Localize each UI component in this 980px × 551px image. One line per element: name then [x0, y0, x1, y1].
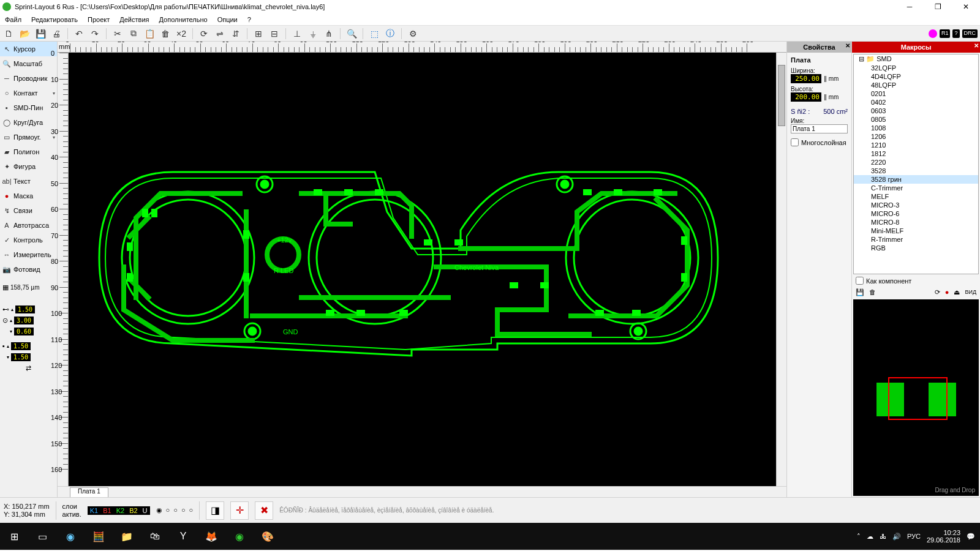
delete-icon[interactable]: 🗑	[159, 28, 172, 40]
select-icon[interactable]: ⬚	[368, 28, 380, 40]
crossout-icon[interactable]: ✖	[255, 501, 273, 520]
macro-item[interactable]: 1210	[854, 141, 978, 149]
menu-edit[interactable]: Редактировать	[31, 16, 78, 23]
macro-item[interactable]: 32LQFP	[854, 64, 978, 72]
macro-item[interactable]: 3528 грин	[854, 175, 978, 184]
macro-item[interactable]: 1206	[854, 132, 978, 141]
macro-tree[interactable]: ⊟ 📁 SMD 32LQFP4D4LQFP48LQFP0201040206030…	[853, 54, 979, 274]
minimize-button[interactable]: ─	[895, 0, 924, 13]
origin-icon[interactable]: ✛	[230, 501, 249, 520]
tool-Автотрасса[interactable]: AАвтотрасса	[0, 218, 57, 233]
copy-icon[interactable]: ⧉	[127, 28, 140, 40]
macro-item[interactable]: 0805	[854, 115, 978, 124]
connections-icon[interactable]: ⋔	[323, 28, 335, 40]
tool-Прямоуг.[interactable]: ▭Прямоуг.▾	[0, 130, 57, 144]
macro-item[interactable]: RGB	[854, 244, 978, 252]
macros-close-icon[interactable]: ✕	[974, 42, 979, 49]
board-name-field[interactable]: Плата 1	[791, 124, 848, 133]
yandex-icon[interactable]: Y	[169, 523, 197, 550]
gear-icon[interactable]: ⚙	[407, 28, 419, 40]
print-icon[interactable]: 🖨	[50, 28, 62, 40]
macro-item[interactable]: 0603	[854, 107, 978, 115]
menu-help[interactable]: ?	[247, 16, 251, 23]
board-width-field[interactable]: 250.00	[791, 74, 821, 83]
tool-Фотовид[interactable]: 📷Фотовид	[0, 262, 57, 277]
cortana-icon[interactable]: ◉	[56, 523, 85, 550]
tool-Маска[interactable]: ●Маска	[0, 189, 57, 203]
props-close-icon[interactable]: ✕	[845, 42, 850, 49]
macro-preview[interactable]: Drag and Drop	[853, 299, 979, 496]
group-icon[interactable]: ⊞	[252, 28, 265, 40]
tool-Контроль[interactable]: ✓Контроль	[0, 233, 57, 247]
rotate-icon[interactable]: ⟳	[198, 28, 210, 40]
undo-icon[interactable]: ↶	[73, 28, 85, 40]
menu-file[interactable]: Файл	[5, 16, 21, 23]
tool-Контакт[interactable]: ○Контакт▾	[0, 86, 57, 100]
board-height-field[interactable]: 200.00	[791, 92, 821, 102]
macro-delete-icon[interactable]: 🗑	[869, 288, 876, 296]
macro-item[interactable]: C-Trimmer	[854, 184, 978, 192]
macro-item[interactable]: MICRO-6	[854, 209, 978, 218]
badge-r1[interactable]: R1	[940, 29, 951, 38]
multilayer-checkbox[interactable]	[791, 138, 799, 146]
macro-item[interactable]: 0402	[854, 98, 978, 107]
snap-icon[interactable]: ⊥	[291, 28, 303, 40]
calculator-icon[interactable]: 🧮	[85, 523, 113, 550]
explorer-icon[interactable]: 📁	[113, 523, 141, 550]
cut-icon[interactable]: ✂	[111, 28, 124, 40]
menu-extras[interactable]: Дополнительно	[159, 16, 207, 23]
macro-refresh-icon[interactable]: ⟳	[935, 288, 940, 296]
param-smd-h[interactable]: 1.50	[11, 353, 31, 361]
menu-project[interactable]: Проект	[88, 16, 110, 23]
tool-Фигура[interactable]: ✦Фигура	[0, 159, 57, 174]
tool-Курсор[interactable]: ↖Курсор	[0, 42, 57, 56]
ungroup-icon[interactable]: ⊟	[268, 28, 281, 40]
param-track[interactable]: 1.50	[15, 305, 35, 313]
param-pad-out[interactable]: 3.00	[14, 317, 34, 324]
pcb-canvas[interactable]: Chevrolet Niva +12v R LED GND	[69, 53, 776, 486]
open-icon[interactable]: 📂	[18, 28, 31, 40]
param-pad-in[interactable]: 0.60	[14, 328, 34, 335]
badge-drc[interactable]: DRC	[962, 29, 978, 38]
tray-language[interactable]: РУС	[907, 533, 921, 540]
store-icon[interactable]: 🛍	[141, 523, 169, 550]
vertical-scrollbar[interactable]	[776, 53, 786, 486]
paste-icon[interactable]: 📋	[143, 28, 156, 40]
macro-record-icon[interactable]: ●	[945, 288, 949, 296]
save-icon[interactable]: 💾	[34, 28, 47, 40]
tray-volume-icon[interactable]: 🔊	[892, 533, 901, 541]
mirror-h-icon[interactable]: ⇌	[214, 28, 226, 40]
param-smd-w[interactable]: 1.50	[11, 342, 31, 350]
taskview-icon[interactable]: ▭	[28, 523, 56, 550]
tool-Текст[interactable]: ab|Текст	[0, 174, 57, 189]
macro-item[interactable]: 2220	[854, 158, 978, 167]
macro-item[interactable]: 1812	[854, 149, 978, 158]
mirror-v-icon[interactable]: ⇵	[230, 28, 242, 40]
macro-item[interactable]: Mini-MELF	[854, 227, 978, 235]
paint-icon[interactable]: 🎨	[254, 523, 282, 550]
badge-help[interactable]: ?	[952, 29, 959, 38]
transparency-icon[interactable]: ◨	[206, 501, 224, 520]
new-icon[interactable]: 🗋	[2, 28, 15, 40]
macro-item[interactable]: 0201	[854, 89, 978, 98]
macro-item[interactable]: 4D4LQFP	[854, 72, 978, 81]
macro-item[interactable]: MICRO-3	[854, 201, 978, 209]
macro-item[interactable]: R-Trimmer	[854, 235, 978, 244]
record-icon[interactable]	[929, 29, 937, 38]
macro-item[interactable]: 48LQFP	[854, 81, 978, 89]
macro-item[interactable]: 1008	[854, 124, 978, 132]
tool-Проводник[interactable]: ─Проводник	[0, 71, 57, 86]
tray-notifications-icon[interactable]: 💬	[967, 533, 975, 541]
sprint-layout-icon[interactable]: ◉	[225, 523, 254, 550]
macro-view-label[interactable]: ВИД	[965, 289, 976, 295]
swap-icon[interactable]: ⇄	[26, 364, 31, 372]
macro-anchor-icon[interactable]: ⏏	[954, 288, 960, 296]
tray-onedrive-icon[interactable]: ☁	[867, 533, 873, 541]
menu-options[interactable]: Опции	[217, 16, 238, 23]
tray-network-icon[interactable]: 🖧	[880, 533, 886, 540]
macro-save-icon[interactable]: 💾	[856, 288, 864, 296]
tool-Круг/Дуга[interactable]: ◯Круг/Дуга	[0, 115, 57, 130]
macro-item[interactable]: 3528	[854, 167, 978, 175]
tray-clock[interactable]: 10:2329.06.2018	[927, 529, 960, 544]
close-button[interactable]: ✕	[952, 0, 980, 13]
